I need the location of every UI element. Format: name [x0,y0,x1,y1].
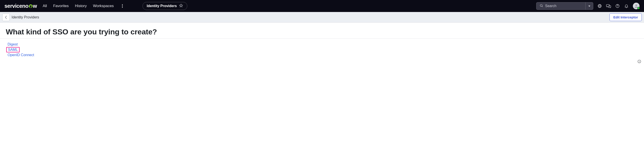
nav-history[interactable]: History [75,4,87,8]
svg-point-14 [635,4,637,6]
svg-marker-8 [588,5,590,7]
search-input[interactable] [545,4,582,8]
breadcrumb: Identity Providers [2,13,39,21]
page-subheader: Identity Providers Edit Interceptor [0,12,644,23]
svg-point-0 [29,5,32,7]
back-button[interactable] [2,13,10,21]
nav-favorites[interactable]: Favorites [53,4,69,8]
primary-nav: All Favorites History Workspaces [43,4,123,8]
search-input-wrap [536,2,586,9]
svg-marker-5 [180,4,182,7]
nav-all[interactable]: All [43,4,47,8]
globe-icon[interactable] [597,3,602,8]
chat-icon[interactable] [606,3,611,8]
svg-point-4 [122,7,123,8]
global-search [536,2,593,10]
chevron-left-icon [5,15,7,19]
bell-icon[interactable] [624,3,629,8]
search-scope-dropdown[interactable] [586,2,593,9]
option-openid-connect[interactable]: OpenID Connect [6,52,36,58]
breadcrumb-text: Identity Providers [12,15,39,19]
page-title: What kind of SSO are you trying to creat… [6,27,638,36]
brand-logo[interactable]: serviceno w [4,3,37,9]
svg-line-7 [542,6,543,7]
more-menu-icon[interactable] [122,4,123,8]
top-nav: serviceno w All Favorites History Worksp… [0,0,644,12]
svg-rect-1 [30,7,32,8]
page-header: What kind of SSO are you trying to creat… [0,23,644,39]
context-title: Identity Providers [147,4,177,8]
info-icon[interactable] [637,60,641,60]
brand-text-suffix: w [33,3,37,9]
user-avatar[interactable] [633,3,640,9]
svg-point-13 [617,7,618,7]
topbar-right [536,2,640,10]
brand-text-prefix: serviceno [4,3,28,9]
svg-point-6 [540,4,542,6]
option-saml[interactable]: SAML [6,47,20,52]
svg-point-2 [122,4,123,5]
brand-logo-o-icon [28,4,33,8]
nav-workspaces[interactable]: Workspaces [93,4,114,8]
sso-options-list: Digest SAML OpenID Connect [0,39,644,60]
option-digest[interactable]: Digest [6,42,19,47]
help-icon[interactable] [615,3,620,8]
edit-interceptor-button[interactable]: Edit Interceptor [610,13,642,21]
context-pill[interactable]: Identity Providers [142,2,187,10]
svg-point-3 [122,5,123,6]
star-icon[interactable] [179,3,183,8]
search-icon [540,4,543,8]
